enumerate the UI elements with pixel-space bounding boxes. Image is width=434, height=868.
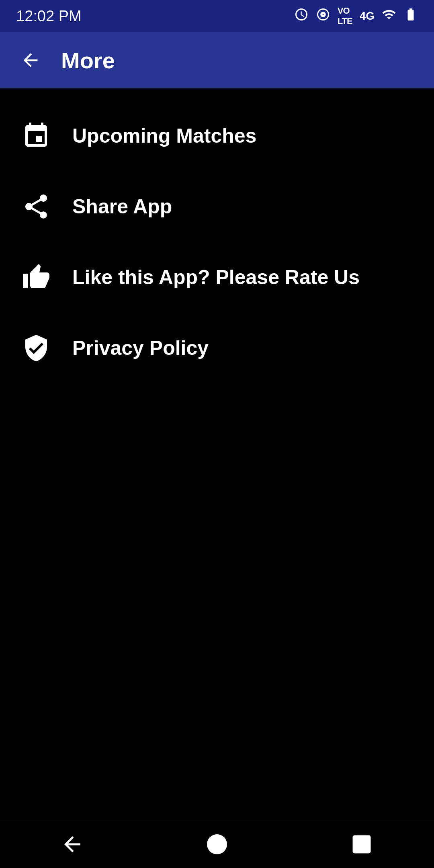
- menu-item-share-app[interactable]: Share App: [0, 171, 434, 242]
- back-button[interactable]: [16, 46, 45, 75]
- 4g-icon: 4G: [360, 10, 375, 23]
- volte-icon: VOLTE: [338, 6, 352, 27]
- nav-home-button[interactable]: [189, 824, 245, 864]
- share-app-label: Share App: [72, 195, 172, 218]
- page-title: More: [61, 47, 115, 74]
- share-icon: [20, 190, 52, 223]
- status-icons: VOLTE 4G: [294, 6, 418, 27]
- privacy-policy-label: Privacy Policy: [72, 336, 209, 360]
- menu-item-privacy-policy[interactable]: Privacy Policy: [0, 313, 434, 383]
- svg-rect-1: [353, 835, 371, 853]
- upcoming-matches-label: Upcoming Matches: [72, 124, 256, 147]
- app-bar: More: [0, 32, 434, 88]
- target-icon: [316, 7, 330, 25]
- bottom-nav: [0, 820, 434, 868]
- thumbsup-icon: [20, 261, 52, 293]
- status-time: 12:02 PM: [16, 8, 82, 25]
- signal-icon: [382, 7, 396, 25]
- battery-icon: [403, 7, 418, 25]
- shield-icon: [20, 332, 52, 364]
- menu-item-upcoming-matches[interactable]: Upcoming Matches: [0, 100, 434, 171]
- alarm-icon: [294, 7, 309, 25]
- status-bar: 12:02 PM VOLTE 4G: [0, 0, 434, 32]
- menu-item-rate-us[interactable]: Like this App? Please Rate Us: [0, 242, 434, 313]
- svg-point-0: [207, 834, 227, 854]
- rate-us-label: Like this App? Please Rate Us: [72, 266, 360, 289]
- menu-list: Upcoming Matches Share App Like this App…: [0, 88, 434, 395]
- calendar-icon: [20, 120, 52, 152]
- nav-back-button[interactable]: [44, 824, 100, 864]
- nav-recent-button[interactable]: [334, 824, 390, 864]
